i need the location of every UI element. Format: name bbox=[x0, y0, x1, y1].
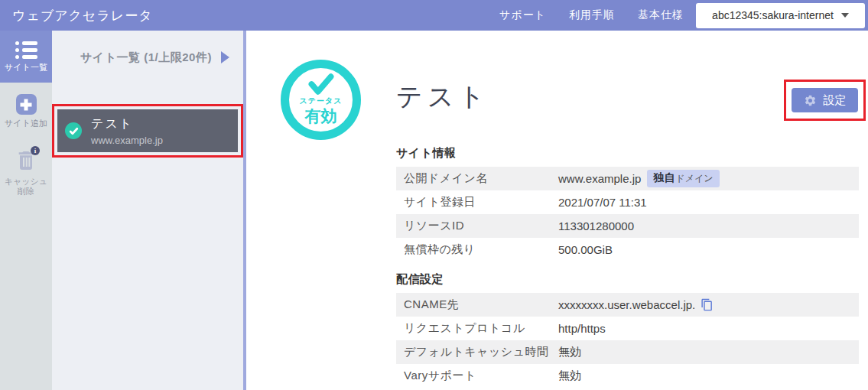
table-row: 公開ドメイン名 www.example.jp 独自 ドメイン bbox=[396, 167, 859, 190]
sidebar-item-label: サイト追加 bbox=[5, 119, 47, 128]
icon-rail: サイト一覧 サイト追加 i キャッシュ削除 bbox=[0, 31, 52, 390]
row-value: www.example.jp 独自 ドメイン bbox=[558, 170, 720, 187]
row-value: http/https bbox=[558, 322, 606, 335]
cname-value: xxxxxxxx.user.webaccel.jp. bbox=[558, 298, 695, 311]
plus-icon bbox=[16, 94, 37, 115]
gear-icon bbox=[804, 94, 817, 107]
app-frame: サイト一覧 サイト追加 i キャッシュ削除 サイト一覧 (1/上限20件) bbox=[0, 31, 868, 390]
site-list-panel: サイト一覧 (1/上限20件) テスト www.example.jp bbox=[52, 31, 246, 390]
main-content: ステータス 有効 設定 テスト サイト情報 公開ドメイン名 www.exampl bbox=[246, 31, 868, 390]
trash-icon: i bbox=[13, 148, 39, 173]
section-title: サイト情報 bbox=[396, 146, 859, 161]
sidebar-item-add-site[interactable]: サイト追加 bbox=[0, 88, 52, 135]
settings-button-label: 設定 bbox=[824, 93, 847, 108]
top-header: ウェブアクセラレータ サポート 利用手順 基本仕様 abc12345:sakur… bbox=[0, 0, 868, 31]
row-label: Varyサポート bbox=[404, 369, 558, 383]
row-value: 2021/07/07 11:31 bbox=[558, 196, 647, 209]
row-label: サイト登録日 bbox=[404, 195, 558, 210]
settings-button[interactable]: 設定 bbox=[792, 88, 858, 112]
annotation-box-settings: 設定 bbox=[784, 80, 866, 121]
collapse-arrow-icon[interactable] bbox=[221, 51, 229, 63]
row-value: xxxxxxxx.user.webaccel.jp. bbox=[558, 298, 714, 311]
row-value: 500.00GiB bbox=[558, 243, 613, 256]
table-row: Varyサポート 無効 bbox=[396, 364, 859, 388]
site-list-item-selected[interactable]: テスト www.example.jp bbox=[57, 109, 238, 152]
list-icon bbox=[15, 41, 37, 59]
section-delivery-settings: 配信設定 CNAME先 xxxxxxxx.user.webaccel.jp. bbox=[396, 272, 859, 388]
own-domain-badge: 独自 ドメイン bbox=[647, 170, 719, 187]
row-label: リソースID bbox=[404, 219, 558, 233]
nav-usage-guide-link[interactable]: 利用手順 bbox=[569, 8, 615, 22]
site-list-header: サイト一覧 (1/上限20件) bbox=[52, 31, 243, 84]
badge-strong: 独自 bbox=[653, 171, 675, 185]
table-row: サイト登録日 2021/07/07 11:31 bbox=[396, 190, 859, 214]
delivery-settings-table: CNAME先 xxxxxxxx.user.webaccel.jp. リクエストプ… bbox=[396, 293, 859, 388]
account-selector-value: abc12345:sakura-internet bbox=[712, 9, 834, 21]
nav-support-link[interactable]: サポート bbox=[499, 8, 546, 22]
table-row: CNAME先 xxxxxxxx.user.webaccel.jp. bbox=[396, 293, 859, 317]
app-title: ウェブアクセラレータ bbox=[12, 7, 153, 24]
check-icon bbox=[307, 73, 335, 95]
panel-gap bbox=[52, 84, 243, 104]
status-badge: ステータス 有効 bbox=[281, 60, 361, 140]
row-value: 無効 bbox=[558, 369, 581, 383]
row-label: デフォルトキャッシュ時間 bbox=[404, 345, 558, 359]
sidebar-item-label: キャッシュ削除 bbox=[2, 177, 50, 197]
nav-basic-spec-link[interactable]: 基本仕様 bbox=[638, 8, 684, 22]
badge-rest: ドメイン bbox=[675, 172, 713, 185]
site-list-title: サイト一覧 (1/上限20件) bbox=[80, 50, 212, 65]
site-info-table: 公開ドメイン名 www.example.jp 独自 ドメイン サイト登録日 20… bbox=[396, 167, 859, 262]
row-label: 公開ドメイン名 bbox=[404, 171, 558, 186]
sidebar-item-site-list[interactable]: サイト一覧 bbox=[0, 31, 52, 83]
header-nav: サポート 利用手順 基本仕様 bbox=[499, 8, 684, 22]
public-domain-value: www.example.jp bbox=[558, 172, 641, 185]
table-row: デフォルトキャッシュ時間 無効 bbox=[396, 340, 859, 364]
row-value: 113301280000 bbox=[558, 219, 634, 232]
sidebar-item-cache-delete[interactable]: i キャッシュ削除 bbox=[0, 142, 52, 203]
chevron-down-icon bbox=[841, 13, 849, 18]
status-label: ステータス bbox=[300, 96, 343, 106]
table-row: リソースID 113301280000 bbox=[396, 214, 859, 238]
info-icon: i bbox=[31, 146, 40, 155]
annotation-box-site-item: テスト www.example.jp bbox=[52, 104, 243, 158]
sidebar-item-label: サイト一覧 bbox=[5, 63, 47, 73]
row-label: リクエストプロトコル bbox=[404, 321, 558, 336]
status-value: 有効 bbox=[305, 106, 337, 127]
site-domain: www.example.jp bbox=[91, 135, 163, 146]
row-value: 無効 bbox=[558, 345, 581, 359]
section-title: 配信設定 bbox=[396, 272, 859, 287]
status-check-icon bbox=[65, 122, 82, 139]
table-row: リクエストプロトコル http/https bbox=[396, 317, 859, 340]
section-site-info: サイト情報 公開ドメイン名 www.example.jp 独自 ドメイン bbox=[396, 146, 859, 262]
table-row: 無償枠の残り 500.00GiB bbox=[396, 238, 859, 262]
account-selector[interactable]: abc12345:sakura-internet bbox=[696, 3, 865, 28]
copy-icon[interactable] bbox=[701, 298, 714, 311]
row-label: 無償枠の残り bbox=[404, 242, 558, 257]
site-name: テスト bbox=[91, 116, 163, 132]
row-label: CNAME先 bbox=[404, 297, 558, 312]
